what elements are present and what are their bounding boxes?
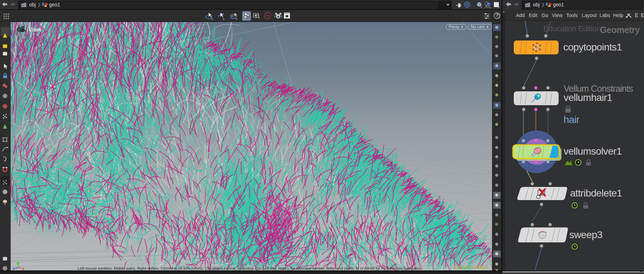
- svg-text:?: ?: [496, 13, 498, 18]
- svg-text:z: z: [13, 267, 15, 270]
- svg-text:x: x: [22, 267, 25, 270]
- svg-text:y: y: [16, 261, 19, 265]
